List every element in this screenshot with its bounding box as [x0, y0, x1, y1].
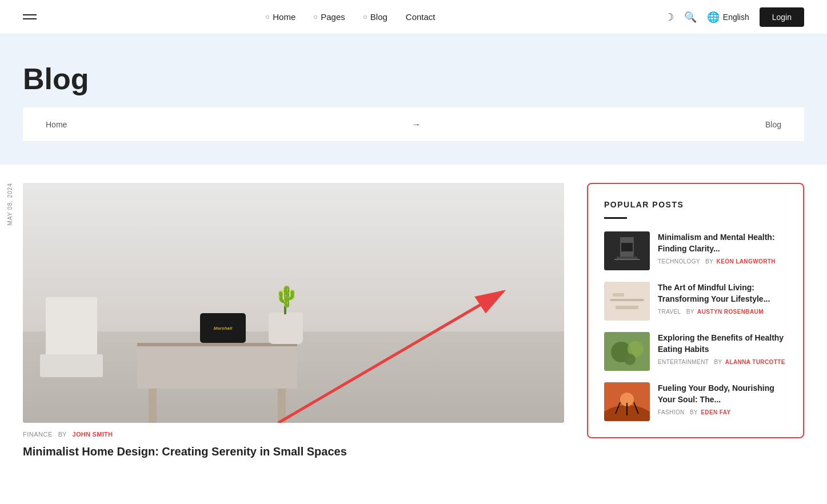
post-title-1[interactable]: Minimalism and Mental Health: Finding Cl…	[658, 231, 787, 255]
post-meta-4: FASHION BY EDEN FAY	[658, 409, 787, 415]
article-title[interactable]: Minimalist Home Design: Creating Serenit…	[23, 443, 564, 459]
globe-icon: 🌐	[707, 11, 720, 23]
article-meta: FINANCE BY JOHN SMITH	[23, 431, 564, 438]
nav-item-contact[interactable]: Contact	[406, 12, 436, 22]
login-button[interactable]: Login	[760, 7, 804, 27]
post-meta-3: ENTERTAINMENT BY ALANNA TURCOTTE	[658, 359, 787, 365]
nav-dot-blog	[363, 15, 367, 19]
sidebar-title: POPULAR POSTS	[604, 200, 787, 209]
hamburger-menu[interactable]	[23, 14, 37, 19]
article-category: FINANCE	[23, 431, 53, 438]
article-card: MAY 08, 2024	[23, 183, 564, 459]
article-author[interactable]: JOHN SMITH	[72, 431, 113, 438]
article-section: MAY 08, 2024	[23, 183, 587, 459]
page-title: Blog	[23, 62, 804, 96]
post-author-3[interactable]: ALANNA TURCOTTE	[725, 359, 785, 365]
language-selector[interactable]: 🌐 English	[707, 11, 749, 23]
breadcrumb: Home → Blog	[23, 107, 804, 142]
room-speaker	[200, 313, 246, 343]
room-plant	[271, 280, 300, 314]
post-title-3[interactable]: Exploring the Benefits of Healthy Eating…	[658, 332, 787, 355]
post-thumb-2	[604, 282, 650, 321]
dark-mode-icon[interactable]: ☽	[665, 11, 674, 23]
post-title-2[interactable]: The Art of Mindful Living: Transforming …	[658, 282, 787, 305]
post-category-3: ENTERTAINMENT	[658, 359, 709, 365]
navigation: Home Pages Blog Contact ☽ 🔍 🌐 English Lo…	[0, 0, 827, 34]
svg-rect-6	[621, 243, 633, 251]
nav-dot-pages	[314, 15, 317, 19]
post-info-2: The Art of Mindful Living: Transforming …	[658, 282, 787, 315]
post-info-3: Exploring the Benefits of Healthy Eating…	[658, 332, 787, 365]
room-table	[137, 343, 297, 389]
breadcrumb-arrow: →	[411, 119, 421, 130]
nav-dot-home	[266, 15, 269, 19]
post-author-2[interactable]: AUSTYN ROSENBAUM	[697, 309, 764, 315]
breadcrumb-current: Blog	[765, 120, 781, 129]
post-meta-2: TRAVEL BY AUSTYN ROSENBAUM	[658, 309, 787, 315]
post-thumb-4	[604, 382, 650, 421]
post-category-1: TECHNOLOGY	[658, 258, 700, 265]
svg-rect-5	[614, 259, 640, 260]
main-content: MAY 08, 2024	[0, 165, 827, 478]
room-scene	[23, 183, 564, 423]
post-info-1: Minimalism and Mental Health: Finding Cl…	[658, 231, 787, 265]
popular-post-2[interactable]: The Art of Mindful Living: Transforming …	[604, 282, 787, 321]
article-by-label: BY	[58, 431, 67, 438]
sidebar-divider	[604, 217, 627, 219]
post-author-1[interactable]: KEON LANGWORTH	[717, 258, 776, 265]
post-title-4[interactable]: Fueling Your Body, Nourishing Your Soul:…	[658, 382, 787, 406]
nav-item-pages[interactable]: Pages	[314, 12, 345, 22]
room-plant-pot	[269, 313, 303, 344]
popular-post-1[interactable]: Minimalism and Mental Health: Finding Cl…	[604, 231, 787, 270]
language-label: English	[723, 13, 749, 22]
post-thumb-3	[604, 332, 650, 371]
svg-rect-9	[613, 293, 624, 297]
popular-posts-sidebar: POPULAR POSTS Minimalism and Mental Heal…	[587, 183, 804, 438]
post-meta-1: TECHNOLOGY BY KEON LANGWORTH	[658, 258, 787, 265]
article-date: MAY 08, 2024	[7, 183, 13, 230]
svg-rect-10	[616, 306, 638, 309]
popular-post-4[interactable]: Fueling Your Body, Nourishing Your Soul:…	[604, 382, 787, 421]
nav-item-blog[interactable]: Blog	[363, 12, 387, 22]
post-category-2: TRAVEL	[658, 309, 681, 315]
hero-banner: Blog Home → Blog	[0, 34, 827, 165]
nav-links: Home Pages Blog Contact	[266, 12, 435, 22]
popular-post-3[interactable]: Exploring the Benefits of Healthy Eating…	[604, 332, 787, 371]
article-image[interactable]	[23, 183, 564, 423]
svg-point-14	[624, 354, 636, 365]
room-chair	[40, 297, 109, 389]
nav-item-home[interactable]: Home	[266, 12, 295, 22]
post-category-4: FASHION	[658, 409, 685, 415]
svg-rect-4	[617, 257, 637, 259]
post-info-4: Fueling Your Body, Nourishing Your Soul:…	[658, 382, 787, 415]
svg-rect-8	[610, 299, 644, 301]
post-author-4[interactable]: EDEN FAY	[701, 409, 730, 415]
post-thumb-1	[604, 231, 650, 270]
nav-right: ☽ 🔍 🌐 English Login	[665, 7, 804, 27]
search-icon[interactable]: 🔍	[684, 11, 697, 23]
breadcrumb-home[interactable]: Home	[46, 120, 67, 129]
